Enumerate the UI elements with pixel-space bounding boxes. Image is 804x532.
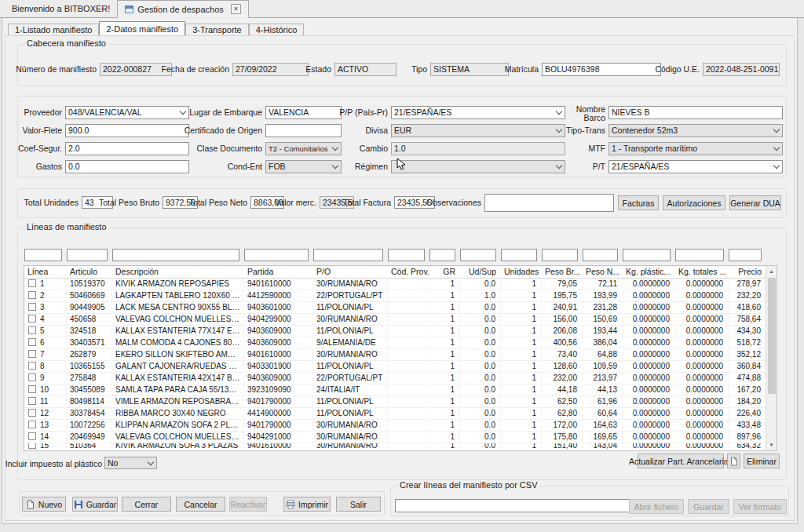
nombre-barco-label: Nombre Barco [568,105,605,122]
table-row[interactable]: 9275848KALLAX ESTANTERIA 42X147 BLANCO94… [24,373,767,384]
row-checkbox[interactable] [28,443,36,449]
table-row[interactable]: 7262879EKERO SILLON SKIFTEBO AMARILLO940… [24,349,767,361]
scroll-up-icon[interactable]: ▲ [766,266,777,277]
row-checkbox[interactable] [28,421,36,428]
cell-ud_sup: 0.0 [460,337,501,349]
subtab-listado-manifiesto[interactable]: 1-Listado manifiesto [8,24,99,35]
nueva-linea-button[interactable] [727,454,740,468]
tab-gestion-despachos[interactable]: Gestion de despachos ✕ [117,0,248,18]
table-row[interactable]: 390449905LACK MESA CENTRO 90X55 BLANCO94… [24,302,767,314]
imprimir-button[interactable]: Imprimir [283,497,331,512]
filter-linea[interactable] [24,249,62,261]
col-header-kg_plastico[interactable]: Kg. plástic... [623,266,675,278]
row-checkbox[interactable] [28,432,36,440]
row-checkbox[interactable] [28,326,36,334]
filter-po[interactable] [313,249,383,261]
table-row[interactable]: 1030455089SAMLA TAPA PARA CAJA 55/130L T… [24,384,767,396]
autorizaciones-button[interactable]: Autorizaciones [663,195,725,210]
col-header-unidades[interactable]: Unidades [501,266,542,278]
col-header-precio[interactable]: Precio [729,266,766,278]
cell-gr: 1 [429,349,460,361]
row-checkbox[interactable] [28,350,36,358]
pt-combo[interactable]: 21/ESPAÑA/ES [608,160,783,173]
cell-peso_n: 213,97 [583,373,623,384]
subtab-historico[interactable]: 4-Histórico [249,24,305,35]
cell-ud_sup: 1.0 [460,290,501,302]
col-header-partida[interactable]: Partida [244,266,313,278]
filter-peso_br[interactable] [542,249,578,261]
filter-precio[interactable] [729,249,762,261]
actualizar-partidas-button[interactable]: Actualizar Part. Arancelarias [638,454,724,468]
table-row[interactable]: 4450658VALEVAG COLCHON MUELLES EMBOLS...… [24,314,767,326]
row-checkbox[interactable] [28,303,36,311]
filter-gr[interactable] [429,249,455,261]
col-header-ud_sup[interactable]: Ud/Sup [460,266,501,278]
vertical-scrollbar[interactable]: ▲ ▼ [766,266,777,450]
table-row[interactable]: 110519370KIVIK ARMAZON REPOSAPIES9401610… [24,279,767,290]
salir-button[interactable]: Salir [336,497,381,512]
tab-bienvenido[interactable]: Bienvenido a BITBOXER! [5,0,117,17]
col-header-peso_n[interactable]: Peso N... [583,266,623,278]
mtf-combo[interactable]: 1 - Transporte marítimo [608,142,783,155]
row-checkbox[interactable] [28,385,36,393]
table-row[interactable]: 1310072256KLIPPAN ARMAZON SOFA 2 PLAZAS … [24,420,767,432]
impuesto-plastico-combo[interactable]: No [104,457,157,469]
codigo-ue-input[interactable]: 2022-048-251-00912 [703,63,780,76]
row-checkbox[interactable] [28,397,36,405]
nombre-barco-input[interactable]: NIEVES B [608,106,783,119]
table-row[interactable]: 1180498114VIMLE ARMAZON REPOSABRAZOS AN.… [24,396,767,408]
row-checkbox[interactable] [28,373,36,381]
generar-dua-button[interactable]: Generar DUA [729,195,781,210]
subtab-datos-manifiesto[interactable]: 2-Datos manifiesto [99,21,185,35]
table-row[interactable]: 630403571MALM COMODA 4 CAJONES 80X100 BL… [24,337,767,349]
eliminar-button[interactable]: Eliminar [744,454,780,468]
col-header-descripcion[interactable]: Descripción [112,266,244,278]
subtab-transporte[interactable]: 3-Transporte [185,24,249,35]
cerrar-button[interactable]: Cerrar [122,497,171,512]
table-row[interactable]: 1230378454RIBBA MARCO 30X40 NEGRO4414900… [24,408,767,420]
tipo-trans-combo[interactable]: Contenedor 52m3 [608,124,783,137]
row-checkbox[interactable] [28,315,36,322]
col-header-po[interactable]: P/O [313,266,388,278]
pp-pais-combo[interactable]: 21/ESPAÑA/ES [391,106,565,119]
table-row[interactable]: 5324518KALLAX ESTANTERIA 77X147 EFECTO R… [24,326,767,337]
close-icon[interactable]: ✕ [231,4,241,14]
table-row[interactable]: 15510364KIVIK ARMAZON SOFA 3 PLAZAS94016… [24,443,767,449]
scroll-down-icon[interactable]: ▼ [766,439,777,450]
row-checkbox[interactable] [28,291,36,299]
scrollbar-thumb[interactable] [768,278,776,394]
filter-peso_n[interactable] [583,249,618,261]
filter-kg_totales[interactable] [675,249,724,261]
observaciones-input[interactable] [484,194,614,212]
filter-descripcion[interactable] [112,249,239,261]
filter-unidades[interactable] [501,249,537,261]
row-checkbox[interactable] [28,409,36,417]
col-header-articulo[interactable]: Articulo [67,266,112,278]
col-header-kg_totales[interactable]: Kg. totales ... [675,266,729,278]
col-header-peso_br[interactable]: Peso Br... [542,266,583,278]
cell-unidades: 1 [501,443,542,449]
cell-peso_n: 64,88 [583,349,623,361]
cell-kg_totales: 0.0000000 [675,349,729,361]
col-header-linea[interactable]: Línea [24,266,67,278]
facturas-button[interactable]: Facturas [618,195,659,210]
filter-kg_plastico[interactable] [623,249,671,261]
filter-ud_sup[interactable] [460,249,496,261]
filter-cod_prov[interactable] [388,249,425,261]
col-header-gr[interactable]: GR [429,266,460,278]
guardar-button[interactable]: Guardar [72,497,118,512]
nuevo-button[interactable]: Nuevo [22,497,66,512]
table-row[interactable]: 1420469949VALEVAG COLCHON MUELLES EMBOLS… [24,432,767,443]
cancelar-button[interactable]: Cancelar [176,497,225,512]
filter-partida[interactable] [244,249,309,261]
row-checkbox[interactable] [28,279,36,287]
filter-articulo[interactable] [67,249,108,261]
row-checkbox[interactable] [28,338,36,346]
table-row[interactable]: 250460669LAGKAPTEN TABLERO 120X60 EFECTO… [24,290,767,302]
row-checkbox[interactable] [28,362,36,370]
csv-file-input[interactable] [395,499,660,512]
cell-precio: 433,48 [729,420,766,432]
table-row[interactable]: 810365155GALANT CAJONERA/RUEDAS 45X55 BL… [24,361,767,373]
col-header-cod_prov[interactable]: Cód. Prov... [388,266,429,278]
cell-ud_sup: 0.0 [460,314,501,326]
